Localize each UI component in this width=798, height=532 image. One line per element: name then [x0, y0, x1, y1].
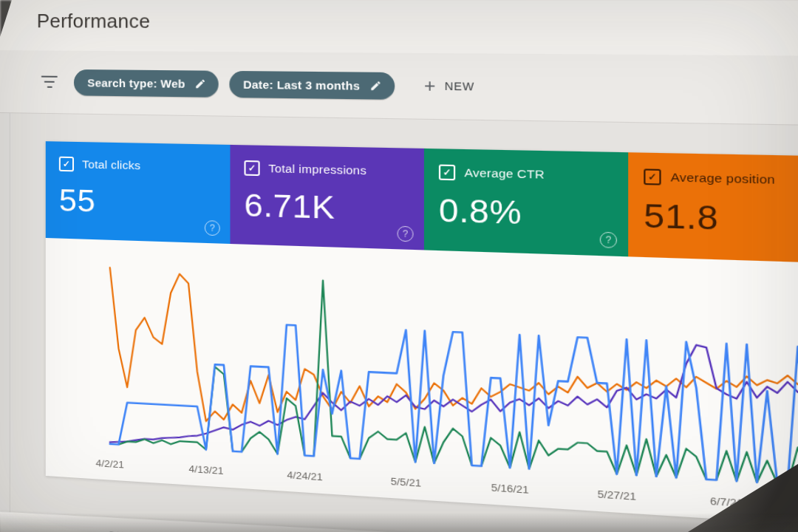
checkbox-checked-icon[interactable]: ✓: [439, 165, 455, 181]
performance-panel: ✓ Total clicks 55 ? ✓ Total impressions …: [46, 141, 798, 532]
x-axis-label: 4/24/21: [287, 469, 322, 483]
filter-list-icon[interactable]: [41, 75, 58, 88]
series-line-clicks: [110, 275, 798, 496]
help-icon[interactable]: ?: [600, 232, 617, 248]
new-filter-label: NEW: [445, 80, 475, 92]
metric-value: 51.8: [644, 196, 798, 241]
series-line-position: [110, 267, 798, 465]
performance-line-chart: 4/2/214/13/214/24/215/5/215/16/215/27/21…: [46, 238, 798, 532]
total-impressions-card[interactable]: ✓ Total impressions 6.71K ?: [230, 145, 423, 250]
x-axis-label: 5/5/21: [391, 475, 421, 488]
date-range-chip-label: Date: Last 3 months: [243, 78, 360, 92]
search-type-chip[interactable]: Search type: Web: [74, 69, 218, 97]
filter-bar: Search type: Web Date: Last 3 months + N…: [0, 50, 798, 130]
performance-chart: 4/2/214/13/214/24/215/5/215/16/215/27/21…: [46, 238, 798, 532]
metric-label: Total impressions: [268, 162, 366, 178]
page-title: Performance: [37, 10, 150, 33]
metric-label: Average CTR: [464, 166, 544, 182]
date-range-chip[interactable]: Date: Last 3 months: [229, 70, 395, 99]
screen-photo: Performance Search type: Web Date: Last …: [0, 0, 798, 532]
plus-icon: +: [424, 77, 436, 96]
tab-queries[interactable]: QUERIES: [108, 529, 160, 532]
metric-value: 6.71K: [244, 186, 411, 228]
checkbox-checked-icon[interactable]: ✓: [244, 160, 259, 176]
checkbox-checked-icon[interactable]: ✓: [59, 157, 74, 172]
metric-value: 55: [59, 182, 218, 223]
x-axis-label: 4/13/21: [188, 463, 223, 477]
x-axis-label: 4/2/21: [96, 457, 124, 471]
search-type-chip-label: Search type: Web: [87, 76, 185, 90]
header-bar: Performance: [0, 0, 798, 58]
x-axis-label: 5/27/21: [598, 488, 636, 503]
checkbox-checked-icon[interactable]: ✓: [644, 168, 661, 185]
pencil-icon: [369, 80, 381, 92]
average-position-card[interactable]: ✓ Average position 51.8 ?: [628, 152, 798, 263]
pencil-icon: [194, 78, 206, 89]
new-filter-button[interactable]: + NEW: [424, 77, 474, 96]
help-icon[interactable]: ?: [398, 226, 414, 242]
average-ctr-card[interactable]: ✓ Average CTR 0.8% ?: [424, 149, 628, 256]
metric-label: Average position: [671, 170, 775, 187]
metric-value: 0.8%: [439, 191, 615, 235]
total-clicks-card[interactable]: ✓ Total clicks 55 ?: [46, 141, 231, 244]
metric-label: Total clicks: [82, 157, 140, 172]
x-axis-label: 5/16/21: [491, 482, 529, 496]
search-console-performance-page: Performance Search type: Web Date: Last …: [0, 0, 798, 532]
help-icon[interactable]: ?: [205, 220, 220, 236]
